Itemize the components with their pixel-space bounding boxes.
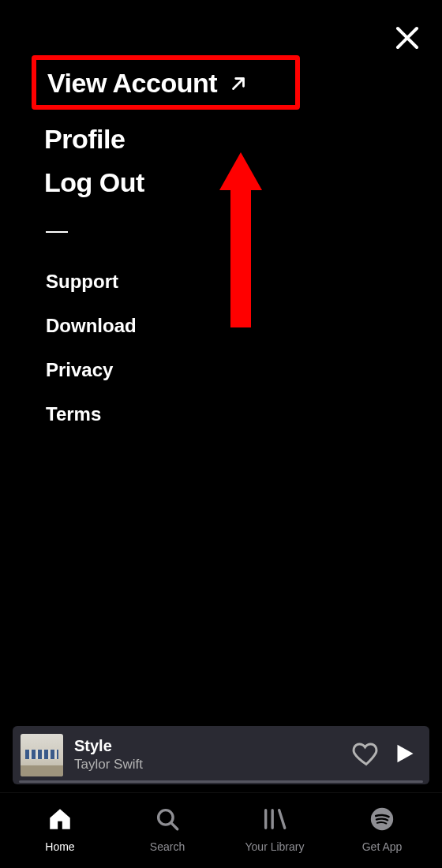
menu-item-profile[interactable]: Profile — [32, 118, 410, 161]
menu-item-log-out[interactable]: Log Out — [32, 161, 410, 204]
menu-item-privacy[interactable]: Privacy — [32, 348, 410, 392]
nav-label: Get App — [362, 840, 403, 853]
home-icon — [47, 806, 73, 836]
now-playing-bar[interactable]: Style Taylor Swift — [13, 726, 429, 784]
external-link-icon — [228, 73, 249, 94]
close-icon — [391, 43, 423, 56]
menu-item-label: Profile — [44, 124, 125, 155]
progress-bar[interactable] — [19, 780, 423, 783]
play-icon — [391, 742, 415, 769]
nav-home[interactable]: Home — [6, 806, 114, 853]
album-art — [21, 734, 63, 776]
play-button[interactable] — [391, 742, 415, 769]
nav-label: Home — [45, 840, 74, 853]
search-icon — [154, 806, 181, 836]
menu-item-label: Privacy — [46, 359, 113, 380]
svg-point-0 — [159, 810, 173, 824]
annotation-highlight-box: View Account — [32, 55, 300, 110]
like-button[interactable] — [352, 739, 380, 771]
menu-item-label: View Account — [47, 68, 217, 99]
menu-divider — [46, 231, 68, 233]
menu-item-support[interactable]: Support — [32, 260, 410, 304]
nav-get-app[interactable]: Get App — [328, 806, 436, 853]
track-artist: Taylor Swift — [74, 757, 341, 773]
library-icon — [261, 806, 288, 836]
menu-item-label: Terms — [46, 403, 101, 425]
menu-item-terms[interactable]: Terms — [32, 392, 410, 436]
nav-search[interactable]: Search — [114, 806, 221, 853]
heart-icon — [352, 739, 380, 771]
now-playing-text: Style Taylor Swift — [74, 737, 341, 773]
menu-item-download[interactable]: Download — [32, 304, 410, 348]
nav-label: Search — [150, 840, 185, 853]
menu-item-label: Support — [46, 271, 118, 292]
close-button[interactable] — [391, 22, 423, 54]
nav-library[interactable]: Your Library — [221, 806, 328, 853]
track-title: Style — [74, 737, 341, 754]
menu-item-label: Download — [46, 315, 137, 336]
nav-label: Your Library — [245, 840, 305, 853]
bottom-nav: Home Search Your Library Ge — [0, 792, 442, 868]
spotify-icon — [369, 806, 395, 836]
menu-item-label: Log Out — [44, 167, 144, 198]
menu-item-view-account[interactable]: View Account — [47, 68, 284, 99]
account-menu: View Account Profile Log Out Support Dow… — [32, 55, 410, 436]
